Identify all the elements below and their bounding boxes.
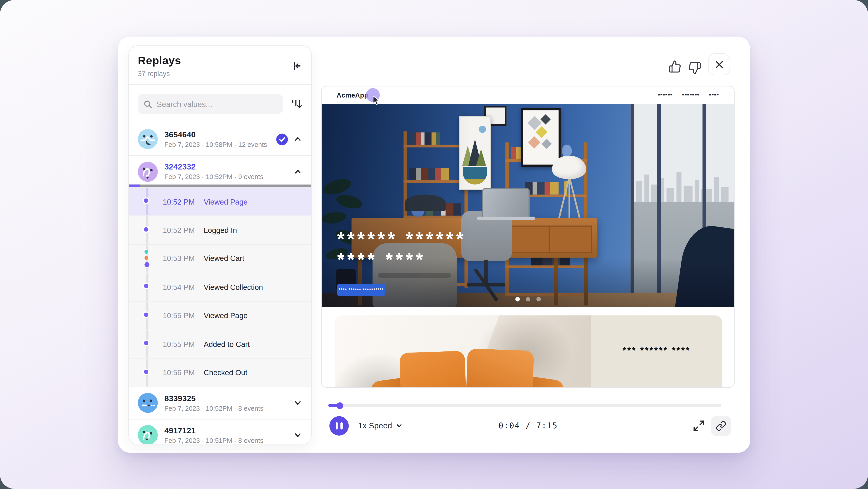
event-label: Viewed Cart <box>204 255 244 263</box>
chevron-down-icon[interactable] <box>293 399 302 407</box>
seek-bar[interactable] <box>328 404 721 407</box>
copy-link-button[interactable] <box>711 416 731 436</box>
chevron-down-icon <box>396 422 403 429</box>
session-row-selected[interactable]: 3242332 Feb 7, 2023 · 10:52PM · 9 events <box>129 155 311 188</box>
search-row <box>129 85 311 123</box>
session-progress-fill <box>129 185 140 188</box>
event-label: Viewed Page <box>204 198 248 206</box>
session-meta: Feb 7, 2023 · 10:58PM · 12 events <box>164 141 270 148</box>
replay-viewport: AcmeApp ****** ******* **** <box>321 86 735 388</box>
session-row[interactable]: 8339325 Feb 7, 2023 · 10:52PM · 8 events <box>129 387 311 419</box>
session-meta: Feb 7, 2023 · 10:51PM · 8 events <box>164 436 287 444</box>
collapse-sidebar-icon[interactable] <box>290 59 303 73</box>
search-input-wrapper[interactable] <box>138 94 283 114</box>
session-id: 3654640 <box>164 130 270 139</box>
thumbs-down-icon[interactable] <box>688 62 702 75</box>
replays-sidebar: Replays 37 replays <box>128 46 312 444</box>
event-dot <box>143 226 149 232</box>
playback-time: 0:04 / 7:15 <box>472 421 584 430</box>
chevron-up-icon[interactable] <box>293 135 302 143</box>
search-input[interactable] <box>157 99 277 108</box>
thumbs-up-icon[interactable] <box>668 60 682 73</box>
masked-nav-item: **** <box>709 92 719 98</box>
replayed-page-content: *** ****** **** <box>322 307 734 388</box>
avatar <box>138 129 158 149</box>
verified-check-badge <box>276 133 288 145</box>
expand-icon[interactable] <box>692 420 705 432</box>
avatar <box>138 425 158 444</box>
session-id: 8339325 <box>164 394 287 403</box>
event-time: 10:52 PM <box>163 226 198 234</box>
replayed-page-header: AcmeApp ****** ******* **** <box>322 86 734 104</box>
masked-nav-item: ******* <box>682 92 700 98</box>
close-icon <box>714 59 724 69</box>
event-time: 10:55 PM <box>163 312 198 320</box>
pause-button[interactable] <box>329 416 349 436</box>
event-time: 10:55 PM <box>163 340 198 348</box>
seek-bar-handle[interactable] <box>337 402 343 409</box>
event-dot <box>143 311 149 318</box>
event-label: Logged In <box>204 226 237 234</box>
feedback-toolbar <box>668 53 730 75</box>
carousel-dots[interactable] <box>515 297 541 301</box>
session-meta: Feb 7, 2023 · 10:52PM · 8 events <box>164 404 287 412</box>
link-icon <box>716 421 726 431</box>
event-dot <box>143 368 149 375</box>
event-time: 10:56 PM <box>163 369 198 377</box>
chevron-down-icon[interactable] <box>293 431 302 439</box>
event-row-selected[interactable]: 10:52 PM Viewed Page <box>129 188 311 216</box>
event-label: Viewed Page <box>204 312 248 320</box>
replayed-brand: AcmeApp <box>337 91 368 99</box>
replay-modal: Replays 37 replays <box>118 37 750 453</box>
replayed-nav: ****** ******* **** <box>658 92 719 98</box>
event-row[interactable]: 10:52 PM Logged In <box>129 216 311 244</box>
event-row[interactable]: 10:56 PM Checked Out <box>129 358 311 387</box>
masked-nav-item: ****** <box>658 92 673 98</box>
replay-count: 37 replays <box>138 70 302 78</box>
event-row[interactable]: 10:55 PM Added to Cart <box>129 330 311 358</box>
event-time: 10:53 PM <box>163 255 198 263</box>
session-meta: Feb 7, 2023 · 10:52PM · 9 events <box>164 173 287 180</box>
event-time: 10:52 PM <box>163 198 198 206</box>
session-id: 3242332 <box>164 163 287 171</box>
event-dot <box>143 283 149 289</box>
replayed-hero-image: ****** ********** **** **** ****** *****… <box>322 104 734 307</box>
event-row[interactable]: 10:55 PM Viewed Page <box>129 301 311 330</box>
session-row[interactable]: 3654640 Feb 7, 2023 · 10:58PM · 12 event… <box>129 123 311 155</box>
avatar <box>138 162 158 181</box>
session-id: 4917121 <box>164 426 287 435</box>
session-row[interactable]: 4917121 Feb 7, 2023 · 10:51PM · 8 events <box>129 419 311 444</box>
speed-label: 1x Speed <box>358 421 392 430</box>
sort-icon[interactable] <box>290 97 303 111</box>
event-dot <box>143 197 149 204</box>
stage: Replays 37 replays <box>0 0 868 489</box>
sofa-image <box>335 315 591 388</box>
page-title: Replays <box>138 54 302 67</box>
speed-selector[interactable]: 1x Speed <box>358 421 403 430</box>
cursor-icon <box>373 95 380 105</box>
sidebar-header: Replays 37 replays <box>129 46 311 85</box>
event-label: Viewed Collection <box>204 283 263 291</box>
close-button[interactable] <box>708 53 730 75</box>
masked-hero-button[interactable]: **** ****** ********** <box>337 284 385 296</box>
masked-promo-text: *** ****** **** <box>591 315 722 388</box>
event-label: Added to Cart <box>204 340 250 348</box>
event-row[interactable]: 10:53 PM Viewed Cart <box>129 244 311 273</box>
event-label: Checked Out <box>204 369 247 377</box>
event-row[interactable]: 10:54 PM Viewed Collection <box>129 273 311 301</box>
event-dot <box>143 340 149 346</box>
session-progress-bar <box>129 185 311 188</box>
chevron-up-icon[interactable] <box>293 167 302 176</box>
event-time: 10:54 PM <box>163 283 198 291</box>
search-icon <box>143 99 152 108</box>
promo-card: *** ****** **** <box>335 315 722 388</box>
avatar <box>138 393 158 413</box>
